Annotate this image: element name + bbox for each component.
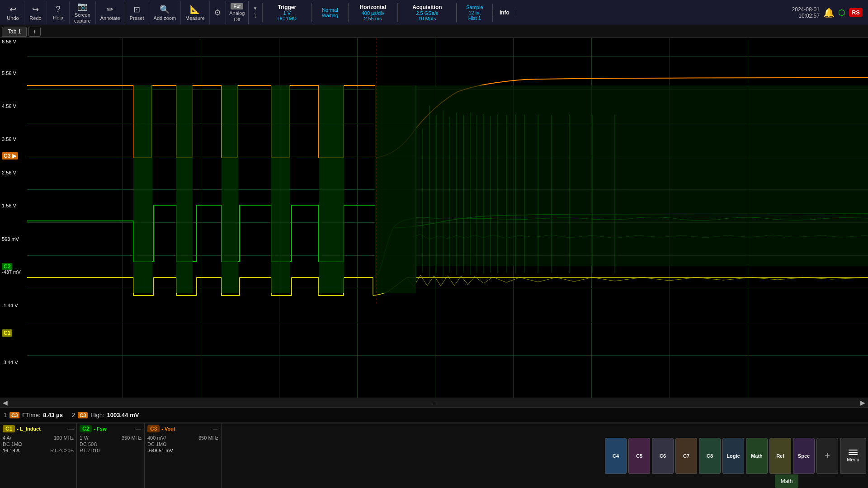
network-icon[interactable]: ⬡ bbox=[838, 8, 845, 18]
help-button[interactable]: ? Help bbox=[47, 1, 70, 24]
c6-button[interactable]: C6 bbox=[652, 438, 674, 474]
meas2-ch-badge: C3 bbox=[78, 412, 88, 418]
trigger-arrow-panel: ▼ ⤵ bbox=[249, 1, 262, 24]
nav-right-arrow[interactable]: ▶ bbox=[858, 398, 868, 408]
channel-1-name-row[interactable]: C1 - L_Induct — bbox=[0, 423, 76, 434]
y-label-656: 6.56 V bbox=[2, 39, 16, 44]
channel-1-params: 4 A/ 100 MHz DC 1MΩ 16.18 A RT-ZC20B bbox=[0, 434, 76, 454]
c1-name: - L_Induct bbox=[17, 426, 41, 432]
channel-3-params: 400 mV/ 350 MHz DC 1MΩ -648.51 mV bbox=[145, 434, 221, 454]
svg-rect-20 bbox=[271, 85, 290, 293]
add-tab-button[interactable]: + bbox=[28, 27, 40, 37]
analog-off-val: Off bbox=[234, 17, 240, 22]
ext-panel: Ext Analog Off bbox=[226, 1, 249, 24]
c2-dash: — bbox=[136, 426, 142, 432]
math-bottom-label: Math bbox=[775, 474, 798, 488]
c1-dash: — bbox=[68, 426, 74, 432]
screen-capture-button[interactable]: 📷 Screencapture bbox=[70, 1, 96, 24]
y-label-456: 4.56 V bbox=[2, 103, 16, 109]
c4-button[interactable]: C4 bbox=[605, 438, 627, 474]
annotate-button[interactable]: ✏ Annotate bbox=[96, 1, 125, 24]
y-label-n437m: -437 mV bbox=[2, 269, 21, 275]
waveform-display bbox=[27, 38, 868, 305]
tab-1[interactable]: Tab 1 bbox=[2, 27, 27, 37]
preset-button[interactable]: ⊡ Preset bbox=[125, 1, 149, 24]
notification-bell-icon[interactable]: 🔔 bbox=[823, 7, 835, 18]
grid-line-h9 bbox=[27, 322, 868, 322]
svg-rect-22 bbox=[375, 85, 416, 293]
c8-button[interactable]: C8 bbox=[699, 438, 721, 474]
right-channel-buttons: C4 C5 C6 C7 C8 Logic Math Ref Spec + bbox=[603, 423, 868, 488]
spec-button[interactable]: Spec bbox=[793, 438, 815, 474]
ref-button[interactable]: Ref bbox=[769, 438, 791, 474]
navigation-bar: ◀ ... ▶ bbox=[0, 398, 868, 408]
info-block[interactable]: Info bbox=[493, 9, 516, 17]
undo-icon: ↩ bbox=[9, 5, 16, 14]
acquisition-block[interactable]: Acquisition 2.5 GSa/s 10 Mpts bbox=[398, 3, 457, 22]
nav-left-arrow[interactable]: ◀ bbox=[0, 398, 10, 408]
add-channel-button[interactable]: + bbox=[816, 438, 838, 474]
svg-rect-19 bbox=[222, 85, 238, 293]
channel-2-name-row[interactable]: C2 - Fsw — bbox=[77, 423, 144, 434]
trigger-status-block[interactable]: Normal Waiting bbox=[312, 6, 348, 19]
svg-rect-17 bbox=[133, 85, 152, 293]
top-right-area: 2024-08-01 10:02:57 🔔 ⬡ RS bbox=[792, 6, 866, 19]
analog-off-label: Analog bbox=[229, 10, 245, 16]
y-label-256: 2.56 V bbox=[2, 170, 16, 175]
menu-button[interactable]: Menu bbox=[840, 438, 866, 474]
oscilloscope-area: 6.56 V 5.56 V 4.56 V 3.56 V 2.56 V 1.56 … bbox=[0, 38, 868, 407]
svg-rect-18 bbox=[176, 85, 193, 293]
horizontal-block[interactable]: Horizontal 400 µs/div 2.55 ms bbox=[348, 3, 398, 22]
channel-3-group: C3 - Vout — 400 mV/ 350 MHz DC 1MΩ -648.… bbox=[145, 423, 222, 488]
c1-tag: C1 bbox=[3, 425, 15, 432]
svg-rect-21 bbox=[319, 85, 344, 293]
nav-dots: ... bbox=[292, 400, 575, 405]
down-arrow-icon: ▼ bbox=[253, 6, 257, 11]
c2-tag: C2 bbox=[80, 425, 92, 432]
y-label-n144: -1.44 V bbox=[2, 303, 18, 308]
measurement-1: 1 C3 FTime: 8.43 µs bbox=[4, 412, 63, 418]
math-button[interactable]: Math bbox=[746, 438, 768, 474]
c2-name: - Fsw bbox=[94, 426, 106, 432]
trigger-block[interactable]: Trigger 1 V DC 1MΩ bbox=[262, 3, 312, 22]
zoom-icon: 🔍 bbox=[160, 5, 170, 14]
y-label-356: 3.56 V bbox=[2, 136, 16, 142]
pencil-icon: ✏ bbox=[107, 5, 113, 14]
measurement-bar: 1 C3 FTime: 8.43 µs 2 C3 High: 1003.44 m… bbox=[0, 408, 868, 423]
toolbar: ↩ Undo ↪ Redo ? Help 📷 Screencapture ✏ A… bbox=[0, 0, 868, 25]
c5-button[interactable]: C5 bbox=[628, 438, 650, 474]
add-zoom-button[interactable]: 🔍 Add zoom bbox=[149, 1, 181, 24]
y-label-556: 5.56 V bbox=[2, 70, 16, 76]
ext-badge: Ext bbox=[231, 3, 243, 9]
y-label-563m: 563 mV bbox=[2, 236, 19, 242]
redo-button[interactable]: ↪ Redo bbox=[24, 1, 47, 24]
channel-3-name-row[interactable]: C3 - Vout — bbox=[145, 423, 221, 434]
acquisition-details-block[interactable]: Sample 12 bit Hist 1 bbox=[457, 4, 493, 22]
c3-name: - Vout bbox=[161, 426, 175, 432]
preset-icon: ⊡ bbox=[133, 5, 140, 14]
measurement-2: 2 C3 High: 1003.44 mV bbox=[72, 412, 139, 418]
tab-bar: Tab 1 + bbox=[0, 25, 868, 38]
channel-bar: C1 - L_Induct — 4 A/ 100 MHz DC 1MΩ 16.1… bbox=[0, 423, 868, 488]
undo-button[interactable]: ↩ Undo bbox=[2, 1, 24, 24]
c7-button[interactable]: C7 bbox=[675, 438, 697, 474]
camera-icon: 📷 bbox=[77, 1, 87, 11]
measure-button[interactable]: 📐 Measure bbox=[181, 1, 210, 24]
settings-button[interactable]: ⚙ bbox=[210, 1, 226, 24]
c2-channel-marker[interactable]: C2 bbox=[2, 263, 12, 270]
y-label-156: 1.56 V bbox=[2, 203, 16, 208]
c3-channel-marker[interactable]: C3 ▶ bbox=[2, 152, 18, 160]
measure-icon: 📐 bbox=[190, 5, 200, 14]
c1-channel-marker[interactable]: C1 bbox=[2, 329, 12, 337]
logic-button[interactable]: Logic bbox=[722, 438, 744, 474]
channel-1-group: C1 - L_Induct — 4 A/ 100 MHz DC 1MΩ 16.1… bbox=[0, 423, 77, 488]
redo-icon: ↪ bbox=[32, 5, 39, 14]
c3-tag: C3 bbox=[147, 425, 160, 432]
help-icon: ? bbox=[56, 5, 60, 14]
channel-2-group: C2 - Fsw — 1 V/ 350 MHz DC 50Ω RT-ZD10 bbox=[77, 423, 145, 488]
y-label-n344: -3.44 V bbox=[2, 360, 18, 365]
grid-line-h10 bbox=[27, 355, 868, 356]
gear-icon: ⚙ bbox=[214, 8, 221, 18]
logo-badge: RS bbox=[849, 8, 863, 17]
c3-dash: — bbox=[213, 426, 218, 432]
